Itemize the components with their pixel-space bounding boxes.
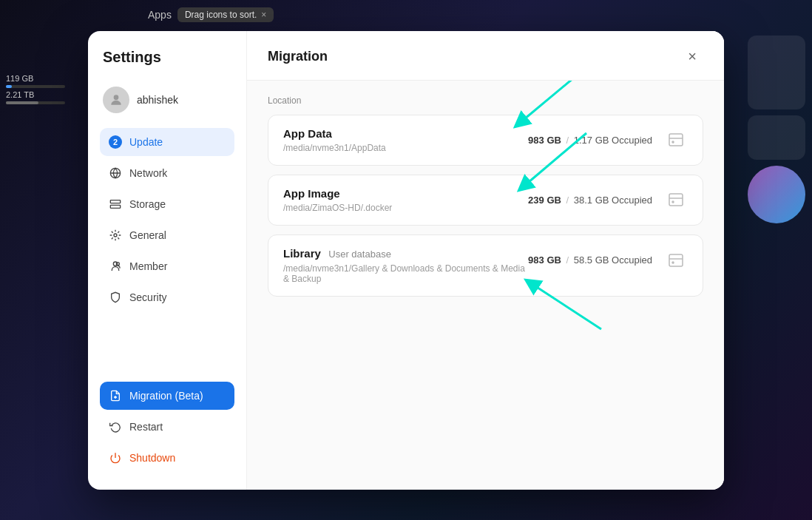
drive-icon-appimage — [664, 188, 688, 212]
svg-rect-13 — [669, 134, 683, 146]
location-path-appimage: /media/ZimaOS-HD/.docker — [283, 203, 392, 213]
main-header: Migration × — [247, 31, 724, 81]
location-size-library: 983 GB / 58.5 GB Occupied — [528, 254, 652, 266]
avatar — [103, 87, 129, 113]
sidebar-item-storage[interactable]: Storage — [100, 190, 234, 218]
location-card-library: Library User database /media/nvme3n1/Gal… — [268, 234, 703, 297]
close-button[interactable]: × — [681, 46, 703, 68]
user-row: abhishek — [100, 81, 234, 119]
security-icon — [109, 291, 122, 304]
sidebar-item-network[interactable]: Network — [100, 159, 234, 187]
main-body: Location App Data /media/nvme3n1/AppData… — [247, 81, 724, 490]
location-size-appimage: 239 GB / 38.1 GB Occupied — [528, 195, 652, 206]
sidebar-title: Settings — [100, 49, 234, 66]
sidebar-item-security-label: Security — [129, 291, 167, 303]
sidebar-item-restart-label: Restart — [129, 421, 163, 433]
storage-icon — [109, 197, 122, 211]
location-path-appdata: /media/nvme3n1/AppData — [283, 143, 386, 153]
sidebar-item-shutdown-label: Shutdown — [129, 452, 175, 464]
location-path-library: /media/nvme3n1/Gallery & Downloads & Doc… — [283, 263, 528, 284]
settings-main: Migration × Location App Data /media/nvm… — [247, 31, 724, 490]
location-tag-library: User database — [328, 249, 391, 260]
sidebar-item-migration[interactable]: Migration (Beta) — [100, 382, 234, 410]
sidebar-item-security[interactable]: Security — [100, 283, 234, 311]
svg-point-7 — [114, 234, 117, 237]
member-icon — [109, 260, 122, 273]
user-name: abhishek — [137, 94, 178, 106]
general-icon — [109, 229, 122, 242]
update-badge: 2 — [109, 135, 122, 149]
location-info-appdata: App Data /media/nvme3n1/AppData — [283, 127, 386, 153]
settings-sidebar: Settings abhishek 2 Update Network — [88, 31, 247, 490]
main-title: Migration — [268, 49, 328, 64]
sidebar-item-member[interactable]: Member — [100, 252, 234, 280]
arrow-library — [490, 277, 623, 337]
sidebar-item-update-label: Update — [129, 136, 163, 148]
location-right-appdata: 983 GB / 1.17 GB Occupied — [528, 128, 688, 152]
settings-dialog: Settings abhishek 2 Update Network — [88, 31, 724, 490]
svg-rect-3 — [110, 200, 120, 203]
svg-point-0 — [114, 95, 119, 100]
location-right-library: 983 GB / 58.5 GB Occupied — [528, 249, 688, 272]
modal-overlay: Settings abhishek 2 Update Network — [0, 0, 812, 520]
sidebar-item-general-label: General — [129, 229, 166, 241]
location-right-appimage: 239 GB / 38.1 GB Occupied — [528, 188, 688, 212]
location-card-appdata: App Data /media/nvme3n1/AppData 983 GB /… — [268, 115, 703, 166]
sidebar-item-update[interactable]: 2 Update — [100, 128, 234, 156]
shutdown-icon — [109, 451, 122, 465]
migration-icon — [109, 389, 122, 402]
location-name-appdata: App Data — [283, 127, 386, 140]
location-info-library: Library User database /media/nvme3n1/Gal… — [283, 247, 528, 284]
svg-point-18 — [672, 262, 674, 263]
arrow-appdata — [476, 81, 623, 134]
drive-icon-appdata — [664, 128, 688, 152]
location-name-library: Library User database — [283, 247, 528, 260]
location-info-appimage: App Image /media/ZimaOS-HD/.docker — [283, 187, 392, 213]
sidebar-item-restart[interactable]: Restart — [100, 413, 234, 441]
sidebar-item-network-label: Network — [129, 167, 167, 179]
sidebar-item-member-label: Member — [129, 260, 167, 272]
location-name-appimage: App Image — [283, 187, 392, 200]
svg-point-14 — [672, 141, 674, 143]
svg-rect-15 — [669, 194, 683, 206]
network-icon — [109, 166, 122, 180]
svg-rect-17 — [669, 254, 683, 266]
sidebar-item-storage-label: Storage — [129, 198, 166, 210]
location-size-appdata: 983 GB / 1.17 GB Occupied — [528, 135, 652, 146]
sidebar-item-shutdown[interactable]: Shutdown — [100, 444, 234, 472]
location-card-appimage: App Image /media/ZimaOS-HD/.docker 239 G… — [268, 175, 703, 226]
restart-icon — [109, 420, 122, 433]
svg-rect-4 — [110, 205, 120, 208]
sidebar-item-migration-label: Migration (Beta) — [129, 390, 203, 402]
drive-icon-library — [664, 249, 688, 272]
location-section-label: Location — [268, 95, 703, 106]
svg-point-16 — [672, 201, 674, 203]
sidebar-item-general[interactable]: General — [100, 221, 234, 249]
